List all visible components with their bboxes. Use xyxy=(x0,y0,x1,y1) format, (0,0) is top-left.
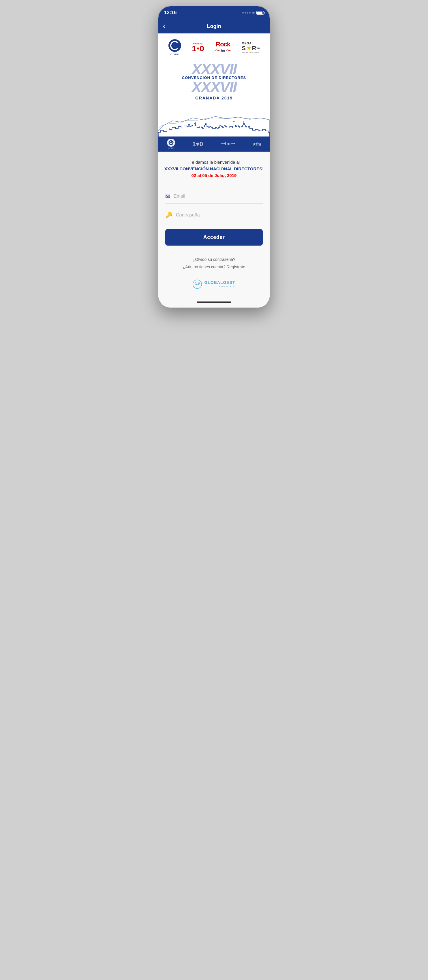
fm-text: fm xyxy=(221,49,225,52)
tab-cadena100[interactable]: 1♥0 xyxy=(192,140,203,148)
tab-rockfm-icon: 〜fm〜 xyxy=(220,141,235,147)
solo-temazos: SOLO TEMAZOS xyxy=(242,52,259,54)
signal-dot-1 xyxy=(242,12,244,14)
form-section: ✉ 🔑 Acceder xyxy=(158,184,270,257)
signal-dot-4 xyxy=(249,12,251,14)
megastar-logo: MEGA S ★ R fm SOLO TEMAZOS xyxy=(242,42,260,54)
signal-dot-3 xyxy=(247,12,248,14)
roman-numeral-2: XXXVII xyxy=(169,80,259,94)
globalgest-text-block: GLOBALGEST EVENTOS xyxy=(204,280,235,288)
cadena-number: 1 ♥ 0 xyxy=(192,45,204,53)
cadena-heart-icon: ♥ xyxy=(197,46,200,51)
tab-cope-label: COPE xyxy=(168,147,174,149)
app-header: ‹ Login xyxy=(158,19,270,33)
skyline-section xyxy=(158,108,270,137)
key-icon: 🔑 xyxy=(165,212,172,218)
forgot-password-link[interactable]: ¿Olvidó su contraseña? xyxy=(165,257,263,262)
cadena-100-text-2: 0 xyxy=(200,45,204,53)
login-button[interactable]: Acceder xyxy=(165,229,263,246)
cadena-100-text: 1 xyxy=(192,45,196,53)
tab-bar: COPE 1♥0 〜fm〜 ★fm xyxy=(158,137,270,152)
rock-text: Rock xyxy=(216,41,230,48)
password-input[interactable] xyxy=(176,212,263,218)
star-r: R xyxy=(252,45,256,52)
globalgest-cloud-icon xyxy=(193,280,202,289)
welcome-section: ¡Te damos la bienvenida al XXXVII CONVEN… xyxy=(158,152,270,184)
phone-frame: 12:16 ≈ ‹ Login xyxy=(158,6,270,308)
cope-circle-icon xyxy=(168,39,181,52)
brand-logos: COPE CADENA 1 ♥ 0 Rock xyxy=(163,39,265,56)
main-content: COPE CADENA 1 ♥ 0 Rock xyxy=(158,33,270,307)
home-bar xyxy=(158,299,270,307)
star-fm: fm xyxy=(256,47,260,49)
register-link[interactable]: ¿Aún no tienes cuenta? Regístrate xyxy=(165,265,263,269)
battery-icon xyxy=(256,11,264,15)
globalgest-section: GLOBALGEST EVENTOS xyxy=(158,275,270,299)
convention-section: XXXVII CONVENCIÓN DE DIRECTORES XXXVII G… xyxy=(163,62,265,103)
cope-logo: COPE xyxy=(168,39,181,56)
tab-rockfm[interactable]: 〜fm〜 xyxy=(220,141,235,147)
wifi-icon: ≈ xyxy=(252,10,255,15)
welcome-date: 02 al 05 de Julio, 2019 xyxy=(164,173,264,178)
home-bar-indicator xyxy=(197,301,231,303)
tab-cope-icon xyxy=(167,138,175,147)
roman-numeral-1: XXXVII xyxy=(169,62,259,77)
password-input-group: 🔑 xyxy=(165,208,263,222)
tab-cope[interactable]: COPE xyxy=(167,138,175,149)
status-time: 12:16 xyxy=(164,10,177,16)
logo-section: COPE CADENA 1 ♥ 0 Rock xyxy=(158,33,270,108)
svg-point-3 xyxy=(169,140,173,145)
email-icon: ✉ xyxy=(165,193,170,200)
back-button[interactable]: ‹ xyxy=(163,22,165,30)
svg-point-4 xyxy=(193,280,201,288)
svg-point-5 xyxy=(195,282,200,285)
rockfm-logo: Rock 〜 fm 〜 xyxy=(215,41,231,54)
welcome-line1: ¡Te damos la bienvenida al xyxy=(164,160,264,165)
signal-dot-2 xyxy=(244,12,246,14)
email-input[interactable] xyxy=(174,194,263,199)
star-icon: ★ xyxy=(246,45,252,51)
status-bar: 12:16 ≈ xyxy=(158,6,270,19)
cadena100-logo: CADENA 1 ♥ 0 xyxy=(192,43,204,53)
links-section: ¿Olvidó su contraseña? ¿Aún no tienes cu… xyxy=(158,257,270,275)
tab-megastar-icon: ★fm xyxy=(252,142,261,146)
granada-year: GRANADA 2019 xyxy=(169,96,259,100)
globalgest-logo: GLOBALGEST EVENTOS xyxy=(193,280,235,289)
cope-label: COPE xyxy=(171,53,179,56)
signal-dots xyxy=(242,12,251,14)
star-fm-row: S ★ R fm xyxy=(242,45,260,52)
tab-megastar[interactable]: ★fm xyxy=(252,142,261,146)
cope-c-shape xyxy=(170,41,179,50)
status-icons: ≈ xyxy=(242,10,264,15)
battery-fill xyxy=(257,11,263,14)
globalgest-eventos: EVENTOS xyxy=(204,285,235,288)
email-input-group: ✉ xyxy=(165,189,263,204)
globalgest-name: GLOBALGEST xyxy=(204,280,235,285)
tab-cadena100-icon: 1♥0 xyxy=(192,140,203,148)
star-s: S xyxy=(242,45,246,52)
header-title: Login xyxy=(207,23,221,29)
skyline-svg xyxy=(158,108,270,137)
welcome-line2: XXXVII CONVENCIÓN NACIONAL DIRECTORES! xyxy=(164,166,264,171)
